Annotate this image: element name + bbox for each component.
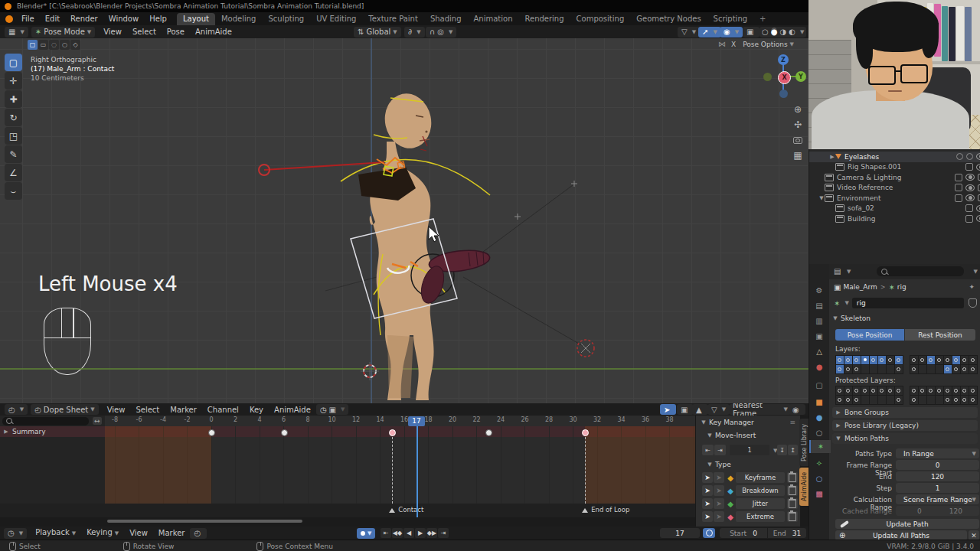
add-workspace-button[interactable]: + <box>753 13 772 25</box>
layer-toggle[interactable] <box>869 395 878 405</box>
magnet-icon[interactable]: ∩◎▼ <box>426 27 456 37</box>
keyframe-frame-31[interactable] <box>582 429 589 436</box>
channel-search-input[interactable] <box>2 417 89 425</box>
layer-toggle[interactable] <box>910 355 919 365</box>
exclude-checkbox[interactable] <box>955 194 962 202</box>
jump-to-start-button[interactable]: ⇤ <box>381 528 391 538</box>
layer-toggle[interactable] <box>844 386 853 396</box>
fake-user-shield-icon[interactable] <box>969 298 977 308</box>
layer-toggle[interactable] <box>910 395 919 405</box>
layer-toggle[interactable] <box>918 355 927 365</box>
field-step[interactable]: 1 <box>896 483 979 493</box>
dope-menu-select[interactable]: Select <box>130 403 165 416</box>
insert-frame-right-button[interactable]: ⇥ <box>714 445 726 455</box>
workspace-tab-shading[interactable]: Shading <box>424 13 468 25</box>
current-frame-field[interactable]: 17 <box>660 528 700 538</box>
move-insert-subpanel[interactable]: ▼Move-Insert <box>707 432 756 439</box>
properties-tab-object-data[interactable]: ✶ <box>809 440 831 453</box>
snap-mode-dropdown[interactable]: Nearest Frame▼ <box>729 404 792 415</box>
workspace-tab-uv-editing[interactable]: UV Editing <box>310 13 362 25</box>
timeline-editor-icon[interactable]: ◷▼ <box>4 528 27 539</box>
layer-toggle[interactable] <box>886 364 895 374</box>
key-download-button[interactable]: ↧ <box>777 445 787 455</box>
move-insert-amount-field[interactable]: 1 <box>730 445 769 455</box>
keyframe-frame-23[interactable] <box>485 429 492 436</box>
layer-toggle[interactable] <box>969 364 978 374</box>
dope-filter-icon[interactable]: ▽▼ <box>707 404 730 415</box>
layer-toggle[interactable] <box>835 395 844 405</box>
menu-file[interactable]: File <box>16 12 40 25</box>
timeline-menu-marker[interactable]: Marker <box>153 527 191 540</box>
skeleton-panel-header[interactable]: ▼Skeleton <box>832 315 871 322</box>
motion-paths-panel[interactable]: ▼Motion Paths <box>832 433 978 444</box>
hide-eye-icon[interactable] <box>976 164 980 171</box>
dope-menu-animaide[interactable]: AnimAide <box>269 403 316 416</box>
bone-groups-panel[interactable]: ▶Bone Groups <box>832 407 978 418</box>
layer-toggle[interactable] <box>894 355 903 365</box>
workspace-tab-modeling[interactable]: Modeling <box>215 13 263 25</box>
layer-toggle[interactable] <box>869 386 878 396</box>
ortho-grid-icon[interactable]: ▦ <box>791 148 805 162</box>
menu-help[interactable]: Help <box>144 12 172 25</box>
gizmo-z-axis[interactable]: Z <box>778 54 789 65</box>
delete-keytype-button[interactable] <box>787 498 798 509</box>
layer-toggle[interactable] <box>852 395 861 405</box>
layer-toggle[interactable] <box>835 364 844 374</box>
pose-library-side-tab[interactable]: Pose Library <box>799 419 808 466</box>
keytype-label-jitter[interactable]: Jitter <box>736 498 785 509</box>
frame-ruler[interactable]: -8-6-4-202468101214161820222426283032343… <box>105 416 695 427</box>
editor-type-dropdown[interactable]: ▦▼ <box>5 27 28 37</box>
properties-tab-tool[interactable]: ⚙ <box>809 284 829 297</box>
dope-menu-view[interactable]: View <box>102 403 131 416</box>
select-type-button[interactable]: ➤ <box>702 498 713 509</box>
hide-eye-icon[interactable] <box>965 184 975 191</box>
marker-triangle-contact[interactable] <box>389 508 395 513</box>
properties-tab-output[interactable]: ▥ <box>809 315 829 328</box>
frame-end-field[interactable]: End31 <box>768 528 806 538</box>
select-type-button[interactable]: ➤ <box>702 472 713 483</box>
layer-toggle[interactable] <box>852 355 861 365</box>
workspace-tab-compositing[interactable]: Compositing <box>570 13 631 25</box>
delete-keytype-button[interactable] <box>787 511 798 522</box>
keyframe-frame-6[interactable] <box>281 429 288 436</box>
layer-toggle[interactable] <box>943 364 952 374</box>
gizmo-z-neg-axis[interactable] <box>779 90 788 98</box>
properties-editor-icon[interactable]: ▤ <box>834 267 841 276</box>
layer-toggle[interactable] <box>861 395 870 405</box>
properties-tab-texture[interactable]: ▩ <box>809 487 829 500</box>
gizmo-x-axis[interactable]: X <box>778 71 791 84</box>
mode-dropdown[interactable]: ✶ Pose Mode▼ <box>31 27 95 37</box>
layer-toggle[interactable] <box>952 355 961 365</box>
blender-menu-icon[interactable] <box>5 15 13 23</box>
next-keyframe-button[interactable]: ◆▶ <box>426 528 437 538</box>
hide-eye-icon[interactable] <box>976 205 980 212</box>
chevron-down-icon[interactable]: ▼ <box>818 195 825 201</box>
exclude-checkbox[interactable] <box>965 215 973 223</box>
layer-toggle[interactable] <box>886 395 895 405</box>
errors-icon[interactable]: ▲ <box>692 404 708 415</box>
timeline-menu-playback[interactable]: Playback▼ <box>30 526 81 540</box>
properties-tab-object[interactable]: ■ <box>809 396 829 409</box>
hide-eye-icon[interactable] <box>976 153 980 160</box>
workspace-tab-texture-paint[interactable]: Texture Paint <box>362 13 424 25</box>
properties-tab-scene[interactable]: △ <box>809 345 829 358</box>
navigation-gizmo[interactable]: Z Y X <box>762 54 806 101</box>
workspace-tab-rendering[interactable]: Rendering <box>518 13 570 25</box>
layer-toggle[interactable] <box>926 364 936 374</box>
layer-toggle[interactable] <box>960 386 969 396</box>
timeline-menu-view[interactable]: View <box>124 527 153 540</box>
markers-region[interactable]: ContactEnd of Loop <box>0 504 695 517</box>
viewport-menu-pose[interactable]: Pose <box>162 25 190 38</box>
layer-toggle[interactable] <box>926 355 936 365</box>
current-frame-indicator[interactable]: 17 <box>416 426 418 517</box>
play-button[interactable]: ▶ <box>415 528 426 538</box>
animaide-timer-icon[interactable]: ◴ <box>190 528 207 539</box>
key-manager-header[interactable]: ▼Key Manager <box>701 419 754 426</box>
frame-start-field[interactable]: Start0 <box>720 528 767 538</box>
layer-toggle[interactable] <box>869 355 878 365</box>
layer-toggle[interactable] <box>835 386 844 396</box>
properties-tab-physics[interactable]: ● <box>809 411 829 424</box>
dope-mode-dropdown[interactable]: ◴Dope Sheet▼ <box>31 404 99 415</box>
deselect-type-button[interactable]: ➤ <box>714 498 724 509</box>
properties-options-dropdown[interactable]: ▼ <box>974 269 978 275</box>
